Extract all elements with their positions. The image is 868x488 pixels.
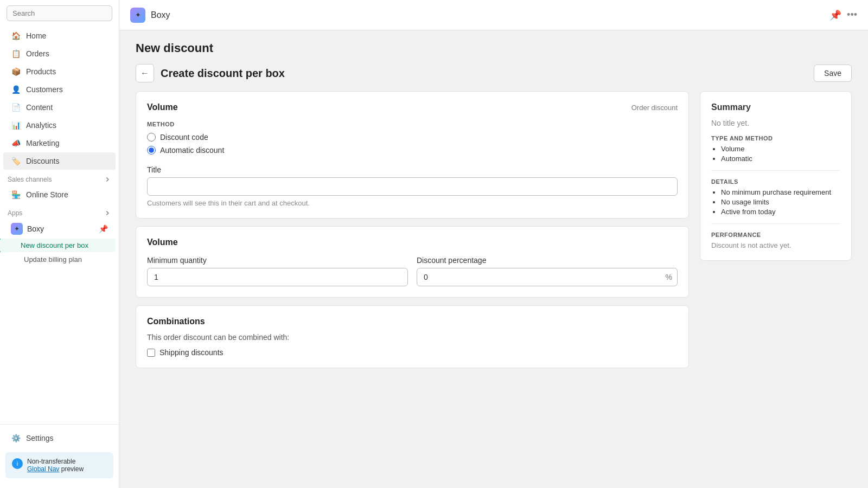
volume-quantity-card: Volume Minimum quantity Discount percent…	[136, 226, 689, 298]
home-icon: 🏠	[11, 31, 21, 41]
sidebar-item-new-discount-per-box[interactable]: New discount per box	[0, 239, 116, 252]
min-quantity-label: Minimum quantity	[147, 256, 408, 265]
combinations-desc: This order discount can be combined with…	[147, 333, 678, 342]
sidebar: 🏠Home📋Orders📦Products👤Customers📄Content📊…	[0, 0, 119, 488]
sidebar-item-home[interactable]: 🏠Home	[3, 27, 116, 44]
sidebar-item-discounts[interactable]: 🏷️Discounts	[3, 152, 116, 170]
page-title: New discount	[136, 41, 852, 55]
discount-code-option[interactable]: Discount code	[147, 133, 678, 142]
automatic-discount-option[interactable]: Automatic discount	[147, 146, 678, 155]
volume-card-header: Volume Order discount	[147, 102, 678, 112]
apps-label: Apps	[8, 209, 22, 217]
sidebar-item-analytics[interactable]: 📊Analytics	[3, 117, 116, 134]
volume-method-card: Volume Order discount METHOD Discount co…	[136, 91, 689, 219]
discount-percentage-label: Discount percentage	[417, 256, 678, 265]
sidebar-bottom: ⚙️ Settings i Non-transferable Global Na…	[0, 424, 119, 488]
details-list: No minimum purchase requirementNo usage …	[711, 188, 840, 216]
settings-icon: ⚙️	[11, 433, 21, 443]
non-transferable-box: i Non-transferable Global Nav preview	[5, 452, 113, 478]
title-field-label: Title	[147, 165, 678, 174]
details-item: Active from today	[721, 208, 840, 216]
products-icon: 📦	[11, 67, 21, 76]
pin-icon: 📌	[99, 224, 108, 233]
performance-value: Discount is not active yet.	[711, 241, 840, 249]
volume-fields: Minimum quantity Discount percentage %	[147, 256, 678, 286]
main-content: ✦ Boxy 📌 ••• New discount ← Create disco…	[119, 0, 868, 488]
sales-channels-label: Sales channels	[8, 176, 52, 183]
min-quantity-input[interactable]	[147, 268, 408, 286]
details-item: No usage limits	[721, 198, 840, 206]
pin-topbar-icon[interactable]: 📌	[829, 9, 841, 21]
form-header: ← Create discount per box Save	[136, 64, 852, 82]
global-nav-link[interactable]: Global Nav	[27, 465, 59, 473]
form-layout: Volume Order discount METHOD Discount co…	[136, 91, 852, 368]
sidebar-item-content[interactable]: 📄Content	[3, 99, 116, 116]
volume-card-title: Volume	[147, 102, 178, 112]
automatic-discount-radio[interactable]	[147, 146, 156, 155]
search-input[interactable]	[7, 5, 112, 21]
boxy-icon: ✦	[11, 223, 23, 235]
page-content: New discount ← Create discount per box S…	[119, 30, 868, 488]
orders-icon: 📋	[11, 49, 21, 59]
sidebar-item-update-billing-plan[interactable]: Update billing plan	[3, 253, 116, 266]
percent-suffix: %	[666, 273, 672, 281]
details-label: DETAILS	[711, 178, 840, 185]
combinations-title: Combinations	[147, 317, 678, 326]
save-button[interactable]: Save	[814, 65, 852, 82]
top-bar-title: Boxy	[151, 10, 170, 20]
top-bar: ✦ Boxy 📌 •••	[119, 0, 868, 30]
customers-icon: 👤	[11, 85, 21, 94]
type-method-label: TYPE AND METHOD	[711, 135, 840, 142]
apps-section[interactable]: Apps	[0, 204, 119, 219]
sidebar-nav: 🏠Home📋Orders📦Products👤Customers📄Content📊…	[0, 27, 119, 424]
search-container	[0, 0, 119, 27]
summary-card: Summary No title yet. TYPE AND METHOD Vo…	[700, 91, 852, 261]
sidebar-item-customers[interactable]: 👤Customers	[3, 81, 116, 98]
discount-percentage-input[interactable]	[417, 268, 678, 286]
summary-divider-2	[711, 223, 840, 224]
shipping-discounts-checkbox[interactable]	[147, 349, 155, 357]
more-options-icon[interactable]: •••	[847, 9, 857, 21]
boxy-app-row[interactable]: ✦ Boxy 📌	[3, 220, 116, 238]
info-icon: i	[12, 458, 23, 469]
top-bar-icons: 📌 •••	[829, 9, 857, 21]
store-icon: 🏪	[11, 190, 21, 200]
discount-code-radio[interactable]	[147, 133, 156, 142]
volume-section-title: Volume	[147, 237, 678, 247]
shipping-discounts-option[interactable]: Shipping discounts	[147, 348, 678, 357]
sidebar-item-marketing[interactable]: 📣Marketing	[3, 134, 116, 152]
sidebar-item-online-store[interactable]: 🏪 Online Store	[3, 186, 116, 203]
type-item: Volume	[721, 145, 840, 153]
back-button[interactable]: ←	[136, 64, 154, 82]
title-input[interactable]	[147, 177, 678, 196]
summary-no-title: No title yet.	[711, 119, 840, 127]
title-hint: Customers will see this in their cart an…	[147, 199, 678, 207]
sidebar-item-products[interactable]: 📦Products	[3, 63, 116, 80]
combinations-card: Combinations This order discount can be …	[136, 305, 689, 368]
summary-divider	[711, 170, 840, 171]
type-item: Automatic	[721, 155, 840, 163]
form-sidebar: Summary No title yet. TYPE AND METHOD Vo…	[700, 91, 852, 261]
content-icon: 📄	[11, 102, 21, 112]
discount-percentage-field: Discount percentage %	[417, 256, 678, 286]
settings-link[interactable]: ⚙️ Settings	[3, 429, 116, 447]
type-method-list: VolumeAutomatic	[711, 145, 840, 163]
marketing-icon: 📣	[11, 138, 21, 148]
analytics-icon: 📊	[11, 120, 21, 130]
performance-label: PERFORMANCE	[711, 232, 840, 238]
form-header-title: Create discount per box	[161, 67, 285, 80]
min-quantity-field: Minimum quantity	[147, 256, 408, 286]
boxy-logo: ✦	[130, 8, 145, 23]
method-label: METHOD	[147, 121, 678, 127]
method-radio-group: Discount code Automatic discount	[147, 133, 678, 155]
form-main: Volume Order discount METHOD Discount co…	[136, 91, 689, 368]
summary-title: Summary	[711, 102, 840, 112]
details-item: No minimum purchase requirement	[721, 188, 840, 196]
discounts-icon: 🏷️	[11, 156, 21, 166]
sales-channels-section[interactable]: Sales channels	[0, 170, 119, 185]
sidebar-item-orders[interactable]: 📋Orders	[3, 45, 116, 62]
order-discount-link[interactable]: Order discount	[631, 104, 678, 112]
